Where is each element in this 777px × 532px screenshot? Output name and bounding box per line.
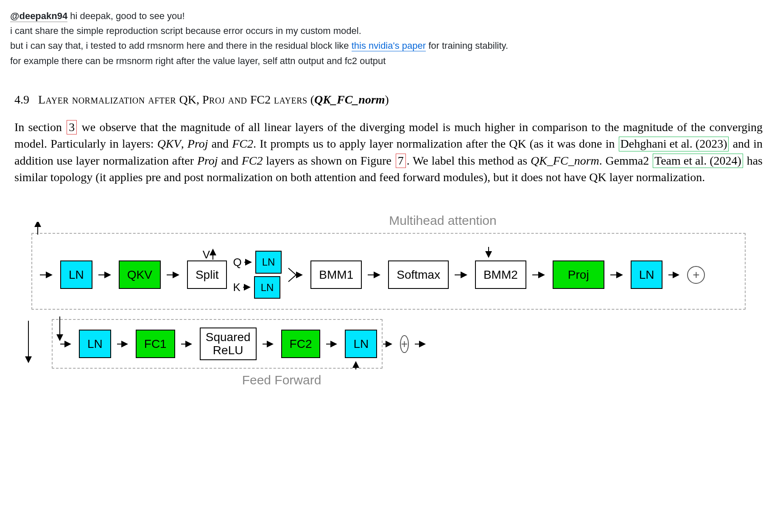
split-block-stack: V Split [187,260,227,289]
arrow-icon [383,340,394,348]
residual-up-arrow-icon [34,222,42,236]
v-label: V [203,246,210,263]
paper-italic: FC2 [232,137,253,150]
block-text: ReLU [206,344,251,357]
paper-text: layers as shown on Figure [263,154,395,167]
arrow-icon [455,271,469,279]
paper-excerpt: 4.9 Layer normalization after QK, Proj a… [10,90,767,390]
ln-q-block: LN [255,251,282,273]
heading-text: layers [271,93,307,106]
arrow-icon [40,271,54,279]
heading-text: and [225,93,250,106]
feed-forward-label: Feed Forward [239,370,324,390]
heading-text: QK, [179,93,202,106]
comment-line-3: but i can say that, i tested to add rmsn… [10,38,767,53]
section-ref-3[interactable]: 3 [67,120,77,134]
user-mention[interactable]: @deepakn94 [10,11,67,22]
q-label: Q [233,254,241,271]
ln-block: LN [60,260,92,289]
softmax-block: Softmax [388,260,449,289]
arrow-icon [415,340,428,348]
svg-line-7 [288,268,296,275]
comment-line-1: @deepakn94 hi deepak, good to see you! [10,8,767,23]
heading-text: FC2 [250,93,271,106]
nvidia-paper-link[interactable]: this nvidia's paper [352,40,426,51]
comment-line-4: for example there can be rmsnorm right a… [10,53,767,68]
paper-paragraph: In section 3 we observe that the magnitu… [14,119,763,185]
qk-ln-column: Q LN K LN [233,251,282,298]
ff-residual-up-arrow-icon [352,360,360,370]
arrow-icon [368,271,382,279]
proj-block: Proj [553,260,604,289]
arrow-icon [98,271,113,279]
bmm2-block: BMM2 [475,260,526,289]
merge-arrow-icon [288,263,305,287]
paper-text: . Gemma2 [599,154,652,167]
arrow-icon [117,340,130,348]
citation-team[interactable]: Team et al. (2024) [653,154,743,168]
qkv-block: QKV [119,260,161,289]
arrow-icon [532,271,547,279]
arrow-icon [326,340,339,348]
arrow-icon [181,340,194,348]
multihead-attention-label: Multihead attention [379,211,506,231]
v-up-arrow-icon [210,248,216,260]
comment-text: but i can say that, i tested to add rmsn… [10,40,352,51]
paper-italic: QKV [157,137,181,150]
paper-text: and [218,154,242,167]
comment-line-2: i cant share the simple reproduction scr… [10,23,767,38]
paper-text: , [181,137,187,150]
heading-text: Layer normalization after [38,93,179,106]
arrow-icon [610,271,625,279]
feed-forward-row: LN FC1 Squared ReLU FC2 LN + [31,319,746,369]
ln-ff-block: LN [79,330,111,358]
heading-text: ) [385,93,389,106]
arrow-icon [263,340,275,348]
residual-add-icon: + [687,266,705,284]
paper-italic: Proj [197,154,218,167]
comment-body: @deepakn94 hi deepak, good to see you! i… [10,8,767,68]
paper-text: . We label this method as [407,154,531,167]
heading-text: ( [307,93,314,106]
heading-text: Proj [202,93,225,106]
ff-down-arrow-icon [23,320,34,367]
svg-line-8 [288,275,296,282]
arrow-icon [167,271,181,279]
paper-text: In section [14,120,66,134]
attention-group: LN QKV V Split Q LN K LN [31,233,746,309]
paper-italic: FC2 [242,154,263,167]
feed-forward-group: LN FC1 Squared ReLU FC2 LN + [52,319,383,369]
section-number: 4.9 [14,93,29,106]
bmm1-block: BMM1 [310,260,362,289]
figure-ref-7[interactable]: 7 [396,154,406,168]
comment-text: for training stability. [426,40,508,51]
paper-italic: QK_FC_norm [531,154,599,167]
k-label: K [233,279,240,296]
arrow-icon [668,271,681,279]
architecture-diagram: Multihead attention LN QKV V Split Q [14,211,763,390]
ln-after-fc2-block: LN [345,330,377,358]
ln-k-block: LN [254,276,281,299]
arrow-icon [244,259,253,266]
arrow-icon [243,284,252,291]
paper-text: . It prompts us to apply layer normaliza… [253,137,618,150]
residual-add-ff-icon: + [400,335,408,353]
ln-after-proj-block: LN [631,260,663,289]
paper-text: and [208,137,232,150]
paper-section-heading: 4.9 Layer normalization after QK, Proj a… [14,90,763,109]
split-block: Split [187,260,227,289]
citation-dehghani[interactable]: Dehghani et al. (2023) [619,137,729,151]
fc2-block: FC2 [281,330,321,358]
v-down-arrow-icon [480,246,497,259]
heading-term: QK_FC_norm [314,93,385,106]
fc1-block: FC1 [136,330,175,358]
block-text: Squared [206,331,251,344]
ff-residual-down-arrow-icon [56,316,64,343]
comment-text: hi deepak, good to see you! [67,11,184,21]
squared-relu-block: Squared ReLU [200,328,257,361]
paper-italic: Proj [187,137,208,150]
